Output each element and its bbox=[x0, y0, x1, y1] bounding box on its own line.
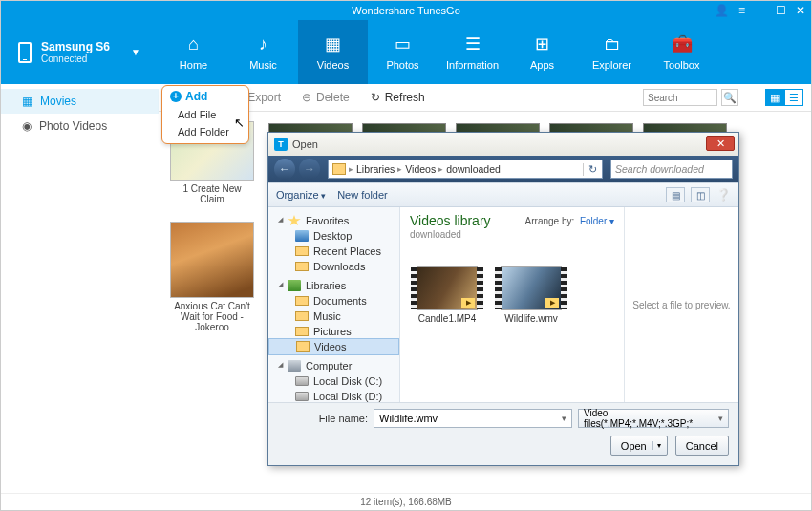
preview-pane-button[interactable]: ◫ bbox=[691, 187, 710, 202]
tree-recent[interactable]: Recent Places bbox=[268, 244, 399, 259]
breadcrumb[interactable]: ▸ Libraries▸ Videos▸ downloaded ↻ bbox=[328, 160, 603, 179]
tree-videos[interactable]: Videos bbox=[268, 338, 399, 355]
dialog-close-button[interactable]: ✕ bbox=[706, 136, 735, 151]
newfolder-button[interactable]: New folder bbox=[337, 189, 388, 201]
folder-icon bbox=[332, 163, 346, 175]
filename-label: File name: bbox=[278, 413, 368, 424]
chevron-down-icon: ▼ bbox=[131, 47, 140, 57]
folder-icon bbox=[295, 327, 309, 336]
refresh-icon: ↻ bbox=[371, 91, 380, 104]
desktop-icon bbox=[295, 230, 309, 242]
folder-icon bbox=[295, 246, 309, 256]
user-icon[interactable]: 👤 bbox=[715, 4, 729, 17]
sidebar-item-photovideos[interactable]: ◉ Photo Videos bbox=[1, 114, 159, 138]
maximize-icon[interactable]: ☐ bbox=[776, 4, 786, 17]
folder-icon bbox=[295, 296, 309, 306]
app-title: Wondershare TunesGo bbox=[352, 5, 460, 16]
refresh-icon[interactable]: ↻ bbox=[583, 163, 602, 176]
tree-music[interactable]: Music bbox=[268, 309, 399, 324]
view-mode-button[interactable]: ▤ bbox=[666, 187, 685, 202]
home-icon: ⌂ bbox=[183, 33, 204, 54]
search-input[interactable] bbox=[643, 89, 717, 106]
sidebar-item-movies[interactable]: ▦ Movies bbox=[1, 89, 159, 114]
drive-icon bbox=[295, 376, 309, 386]
thumb-caption: 1 Create New Claim bbox=[170, 183, 254, 204]
view-grid-button[interactable]: ▦ bbox=[765, 89, 784, 106]
file-list: Videos library downloaded Arrange by: Fo… bbox=[400, 207, 624, 402]
video-file-icon: ▶ bbox=[501, 266, 562, 310]
photos-icon: ▭ bbox=[393, 33, 414, 54]
nav-music[interactable]: ♪Music bbox=[228, 20, 298, 84]
filename-input[interactable]: Wildlife.wmv▾ bbox=[374, 409, 572, 428]
app-icon: T bbox=[274, 138, 288, 151]
delete-icon: ⊖ bbox=[302, 91, 311, 104]
app-window: Wondershare TunesGo 👤 ≡ — ☐ ✕ Samsung S6… bbox=[0, 0, 812, 511]
apps-icon: ⊞ bbox=[532, 33, 553, 54]
forward-button[interactable]: → bbox=[299, 159, 320, 180]
tree-documents[interactable]: Documents bbox=[268, 293, 399, 309]
thumb-caption: Anxious Cat Can't Wait for Food - Jokero… bbox=[170, 301, 254, 332]
sidebar-item-label: Movies bbox=[40, 95, 76, 108]
dialog-titlebar: T Open ✕ bbox=[268, 133, 738, 156]
refresh-button[interactable]: ↻Refresh bbox=[371, 91, 425, 104]
dialog-nav: ← → ▸ Libraries▸ Videos▸ downloaded ↻ Se… bbox=[268, 156, 738, 182]
videos-icon: ▦ bbox=[323, 33, 344, 54]
preview-pane: Select a file to preview. bbox=[624, 207, 738, 402]
chevron-down-icon: ▾ bbox=[652, 441, 665, 450]
tree-drive-c[interactable]: Local Disk (C:) bbox=[268, 373, 399, 389]
menu-icon[interactable]: ≡ bbox=[738, 4, 745, 17]
cancel-button[interactable]: Cancel bbox=[675, 436, 729, 456]
help-icon[interactable]: ❔ bbox=[716, 187, 731, 202]
minimize-icon[interactable]: — bbox=[755, 4, 766, 17]
file-name: Wildlife.wmv bbox=[504, 313, 558, 324]
nav-photos[interactable]: ▭Photos bbox=[368, 20, 438, 84]
nav-toolbox[interactable]: 🧰Toolbox bbox=[647, 20, 716, 84]
phone-icon bbox=[18, 42, 32, 63]
folder-icon bbox=[295, 262, 309, 271]
arrange-by[interactable]: Arrange by: Folder ▾ bbox=[525, 216, 614, 226]
nav-information[interactable]: ☰Information bbox=[438, 20, 507, 84]
tree-drive-d[interactable]: Local Disk (D:) bbox=[268, 389, 399, 402]
libraries-icon bbox=[288, 280, 301, 291]
view-list-button[interactable]: ☰ bbox=[784, 89, 803, 106]
close-icon[interactable]: ✕ bbox=[796, 4, 805, 17]
folder-icon bbox=[295, 311, 309, 321]
organize-button[interactable]: Organize bbox=[276, 189, 326, 201]
music-icon: ♪ bbox=[253, 33, 274, 54]
device-selector[interactable]: Samsung S6 Connected ▼ bbox=[1, 20, 159, 84]
nav-home[interactable]: ⌂Home bbox=[159, 20, 228, 84]
filetype-select[interactable]: Video files(*.MP4;*.M4V;*.3GP;*▾ bbox=[578, 409, 729, 428]
plus-icon: + bbox=[170, 91, 182, 102]
status-bar: 12 item(s), 166.68MB bbox=[1, 493, 811, 510]
tree-pictures[interactable]: Pictures bbox=[268, 324, 399, 339]
sidebar-item-label: Photo Videos bbox=[39, 119, 107, 133]
videos-icon bbox=[296, 341, 310, 352]
device-name: Samsung S6 bbox=[41, 40, 110, 53]
main-nav: ⌂Home ♪Music ▦Videos ▭Photos ☰Informatio… bbox=[159, 20, 811, 84]
thumb-image bbox=[170, 222, 254, 298]
titlebar: Wondershare TunesGo 👤 ≡ — ☐ ✕ bbox=[1, 1, 811, 20]
tree-desktop[interactable]: Desktop bbox=[268, 228, 399, 244]
camera-icon: ◉ bbox=[22, 119, 32, 133]
explorer-icon: 🗀 bbox=[602, 33, 623, 54]
computer-icon bbox=[288, 360, 301, 372]
video-thumb[interactable]: Anxious Cat Can't Wait for Food - Jokero… bbox=[170, 222, 254, 332]
search-icon[interactable]: 🔍 bbox=[721, 89, 738, 106]
chevron-down-icon: ▾ bbox=[562, 414, 566, 423]
file-item[interactable]: ▶ Wildlife.wmv bbox=[500, 266, 563, 324]
file-item[interactable]: ▶ Candle1.MP4 bbox=[416, 266, 479, 324]
library-subtitle: downloaded bbox=[410, 229, 614, 240]
nav-explorer[interactable]: 🗀Explorer bbox=[577, 20, 647, 84]
open-button[interactable]: Open▾ bbox=[610, 436, 668, 456]
file-name: Candle1.MP4 bbox=[418, 313, 477, 324]
dialog-search-input[interactable]: Search downloaded bbox=[610, 160, 733, 179]
information-icon: ☰ bbox=[462, 33, 483, 54]
tree-downloads[interactable]: Downloads bbox=[268, 259, 399, 274]
dialog-title: Open bbox=[292, 138, 318, 150]
nav-apps[interactable]: ⊞Apps bbox=[507, 20, 577, 84]
open-dialog: T Open ✕ ← → ▸ Libraries▸ Videos▸ downlo… bbox=[267, 132, 739, 466]
cursor-icon: ↖ bbox=[234, 116, 245, 130]
back-button[interactable]: ← bbox=[274, 159, 295, 180]
delete-button[interactable]: ⊖Delete bbox=[302, 91, 350, 104]
nav-videos[interactable]: ▦Videos bbox=[298, 20, 368, 84]
